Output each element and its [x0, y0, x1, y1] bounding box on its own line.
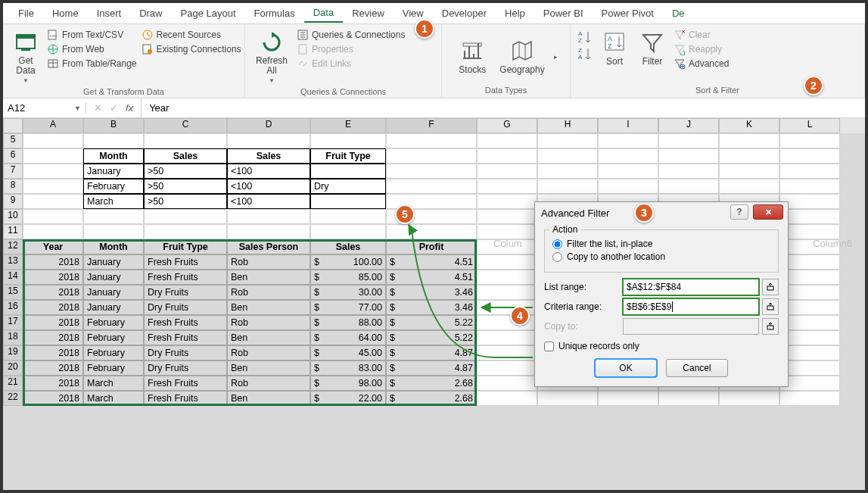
table-header[interactable]: Sales Person	[227, 239, 310, 254]
close-button[interactable]: ✕	[753, 204, 783, 220]
radio-filter-inplace[interactable]: Filter the list, in-place	[552, 239, 770, 249]
table-cell[interactable]: 2018	[23, 254, 83, 270]
table-cell[interactable]	[719, 391, 779, 406]
row-header[interactable]: 20	[3, 360, 23, 376]
column-header-G[interactable]: G	[477, 118, 537, 133]
table-cell[interactable]: Rob	[227, 285, 310, 300]
cell[interactable]	[537, 179, 598, 194]
cell[interactable]	[598, 164, 658, 179]
cell[interactable]	[227, 209, 310, 224]
table-cell[interactable]: 2018	[23, 315, 83, 330]
table-cell[interactable]: $98.00	[310, 376, 386, 391]
table-cell[interactable]: $88.00	[310, 315, 386, 330]
table-cell[interactable]: Fresh Fruits	[144, 391, 227, 406]
row-header[interactable]: 6	[3, 148, 23, 164]
tab-power-pivot[interactable]: Power Pivot	[593, 5, 663, 22]
cell[interactable]	[477, 133, 537, 148]
table-cell[interactable]	[779, 254, 840, 270]
row-header[interactable]: 13	[3, 254, 23, 270]
cell[interactable]	[386, 133, 477, 148]
table-cell[interactable]	[477, 285, 537, 300]
cell[interactable]	[658, 148, 719, 164]
cell[interactable]	[227, 133, 310, 148]
table-header[interactable]: Month	[83, 239, 144, 254]
table-cell[interactable]	[658, 391, 719, 406]
row-header[interactable]: 5	[3, 133, 23, 148]
table-cell[interactable]: Ben	[227, 300, 310, 315]
cell[interactable]	[386, 224, 477, 239]
cell[interactable]	[310, 133, 386, 148]
cell[interactable]	[477, 164, 537, 179]
criteria-cell[interactable]: <100	[227, 179, 310, 194]
table-cell[interactable]: Ben	[227, 270, 310, 285]
cell[interactable]	[144, 209, 227, 224]
cell[interactable]	[386, 148, 477, 164]
criteria-cell[interactable]: Dry	[310, 179, 386, 194]
cell[interactable]	[23, 148, 83, 164]
row-header[interactable]: 9	[3, 194, 23, 209]
refresh-all-button[interactable]: Refresh All ▼	[251, 29, 292, 86]
table-cell[interactable]: 2018	[23, 330, 83, 345]
tab-insert[interactable]: Insert	[88, 5, 131, 22]
row-header[interactable]: 21	[3, 376, 23, 391]
sort-button[interactable]: AZ Sort	[598, 29, 631, 68]
cell[interactable]	[310, 224, 386, 239]
cell[interactable]	[477, 224, 537, 239]
tab-draw[interactable]: Draw	[130, 5, 171, 22]
table-cell[interactable]: February	[83, 330, 144, 345]
column-header-H[interactable]: H	[537, 118, 598, 133]
table-cell[interactable]	[779, 285, 840, 300]
criteria-header[interactable]: Sales	[144, 148, 227, 164]
tab-file[interactable]: File	[9, 5, 43, 22]
column-header-I[interactable]: I	[598, 118, 658, 133]
help-button[interactable]: ?	[730, 204, 748, 220]
criteria-cell[interactable]: >50	[144, 164, 227, 179]
tab-review[interactable]: Review	[343, 5, 394, 22]
cell[interactable]	[658, 133, 719, 148]
table-cell[interactable]: $45.00	[310, 345, 386, 360]
table-cell[interactable]	[779, 315, 840, 330]
cell[interactable]	[23, 194, 83, 209]
cell[interactable]	[23, 179, 83, 194]
criteria-cell[interactable]: <100	[227, 164, 310, 179]
from-web-button[interactable]: From Web	[47, 43, 137, 55]
criteria-header[interactable]: Fruit Type	[310, 148, 386, 164]
column-header-E[interactable]: E	[310, 118, 386, 133]
column-header-A[interactable]: A	[23, 118, 83, 133]
ok-button[interactable]: OK	[595, 359, 657, 377]
range-picker-icon[interactable]	[762, 298, 779, 315]
table-cell[interactable]: $4.51	[386, 270, 477, 285]
geography-button[interactable]: Geography	[495, 37, 549, 76]
tab-developer[interactable]: Developer	[433, 5, 496, 22]
filter-button[interactable]: Filter	[636, 29, 669, 68]
cell[interactable]	[779, 224, 840, 239]
cell[interactable]	[658, 164, 719, 179]
cell[interactable]	[779, 179, 840, 194]
table-cell[interactable]: $77.00	[310, 300, 386, 315]
tab-data[interactable]: Data	[304, 4, 343, 23]
cell[interactable]	[477, 179, 537, 194]
table-cell[interactable]: Fresh Fruits	[144, 254, 227, 270]
cell[interactable]	[598, 133, 658, 148]
criteria-cell[interactable]	[310, 164, 386, 179]
cell[interactable]	[23, 209, 83, 224]
tab-power-bi[interactable]: Power BI	[534, 5, 593, 22]
table-cell[interactable]: March	[83, 376, 144, 391]
name-box[interactable]: A12▼	[3, 102, 86, 114]
cell[interactable]	[719, 148, 779, 164]
table-cell[interactable]	[779, 270, 840, 285]
table-cell[interactable]: $30.00	[310, 285, 386, 300]
cell[interactable]	[719, 164, 779, 179]
criteria-header[interactable]: Month	[83, 148, 144, 164]
row-header[interactable]: 16	[3, 300, 23, 315]
table-cell[interactable]: $100.00	[310, 254, 386, 270]
table-cell[interactable]: $4.87	[386, 360, 477, 376]
cell[interactable]	[779, 133, 840, 148]
table-cell[interactable]: 2018	[23, 345, 83, 360]
cell[interactable]	[23, 133, 83, 148]
cell[interactable]	[386, 179, 477, 194]
criteria-cell[interactable]: January	[83, 164, 144, 179]
table-cell[interactable]	[779, 330, 840, 345]
cell[interactable]	[310, 209, 386, 224]
tab-help[interactable]: Help	[496, 5, 534, 22]
